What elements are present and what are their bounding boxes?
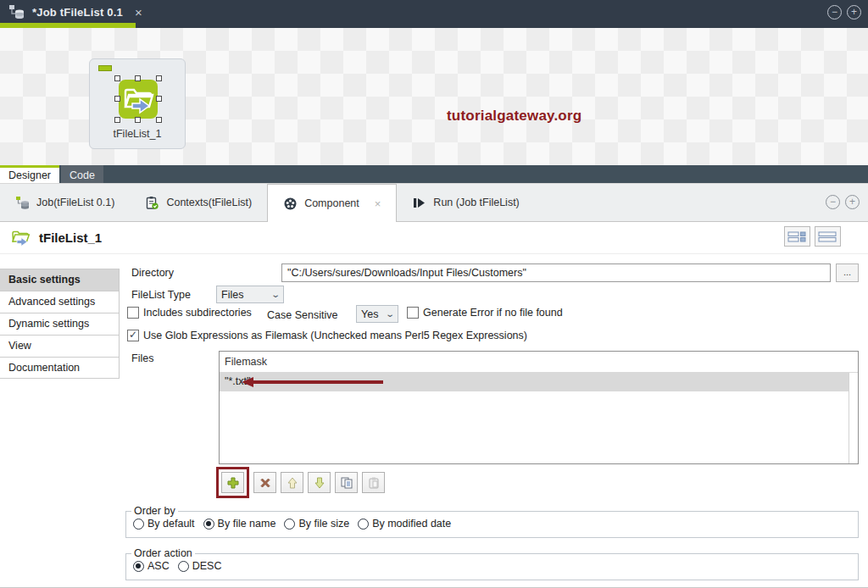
files-label: Files (131, 352, 153, 364)
directory-browse-button[interactable]: ... (836, 263, 859, 282)
job-editor-tab[interactable]: *Job tFileList 0.1 × (0, 0, 142, 24)
tab-contexts[interactable]: Contexts(tFileList) (130, 184, 267, 221)
order-by-modified-date-label: By modified date (372, 518, 451, 530)
contexts-icon (145, 196, 159, 210)
tab-component[interactable]: Component × (267, 184, 397, 222)
selection-handle[interactable] (135, 117, 141, 123)
includes-subdirectories-row: Includes subdirectories (127, 307, 252, 319)
directory-input[interactable]: "C:/Users/sures/Downloads/Input Files/Cu… (281, 263, 831, 282)
selection-handle[interactable] (114, 96, 120, 102)
move-up-button[interactable] (281, 472, 303, 493)
tab-run-label: Run (Job tFileList) (433, 197, 519, 208)
order-by-file-name-radio[interactable] (203, 519, 214, 530)
order-by-default-label: By default (147, 518, 195, 530)
arrow-down-icon (313, 476, 326, 490)
close-icon[interactable]: × (135, 5, 142, 19)
tab-component-label: Component (304, 197, 359, 209)
tfilelist-component-icon[interactable] (117, 78, 159, 120)
tab-job[interactable]: Job(tFileList 0.1) (0, 184, 130, 221)
tab-run[interactable]: Run (Job tFileList) (397, 184, 534, 221)
copy-button[interactable] (335, 472, 358, 493)
paste-button[interactable] (362, 472, 385, 493)
tab-contexts-label: Contexts(tFileList) (166, 197, 252, 208)
job-icon (8, 3, 25, 20)
run-icon (412, 196, 426, 210)
sidebar-item-documentation[interactable]: Documentation (0, 357, 119, 379)
watermark-text: tutorialgateway.org (447, 108, 581, 125)
selection-handle[interactable] (156, 96, 162, 102)
selection-handle[interactable] (156, 117, 162, 123)
sidebar-item-basic-settings[interactable]: Basic settings (0, 269, 119, 291)
component-title: tFileList_1 (39, 230, 102, 245)
annotation-arrow (242, 377, 383, 387)
job-design-canvas[interactable]: tFileList_1 tutorialgateway.org (0, 28, 868, 165)
remove-row-button[interactable] (253, 472, 276, 493)
order-by-modified-date-radio[interactable] (358, 519, 369, 530)
files-toolbar (216, 467, 385, 498)
tfilelist-icon (11, 229, 31, 247)
files-table[interactable]: Filemask "*.txt" (219, 351, 859, 464)
component-settings-panel: Basic settings Advanced settings Dynamic… (0, 254, 868, 588)
settings-sidebar: Basic settings Advanced settings Dynamic… (0, 269, 120, 379)
job-icon (15, 196, 30, 210)
use-glob-row: Use Glob Expressions as Filemask (Unchec… (127, 330, 527, 341)
case-sensitive-select[interactable]: Yes ⌄ (356, 305, 398, 323)
tfilelist-component-node[interactable]: tFileList_1 (89, 58, 186, 149)
selection-handle[interactable] (114, 117, 120, 123)
includes-subdirectories-checkbox[interactable] (127, 307, 139, 319)
window-title-bar: *Job tFileList 0.1 × − + (0, 0, 868, 28)
maximize-icon[interactable]: + (847, 5, 861, 19)
x-icon (259, 476, 272, 490)
component-status-pill (98, 65, 112, 71)
designer-code-bar: Designer Code (0, 165, 868, 183)
generate-error-row: Generate Error if no file found (407, 307, 563, 319)
filelist-type-select[interactable]: Files ⌄ (216, 286, 284, 303)
tab-designer[interactable]: Designer (0, 165, 59, 183)
order-by-legend: Order by (131, 505, 178, 517)
selection-handle[interactable] (156, 75, 162, 81)
component-node-label: tFileList_1 (90, 128, 185, 140)
order-by-file-size-radio[interactable] (284, 519, 295, 530)
job-tab-title: *Job tFileList 0.1 (32, 6, 123, 19)
panel-tab-strip: Job(tFileList 0.1) Contexts(tFileList) C… (0, 183, 868, 222)
order-by-default-radio[interactable] (133, 519, 144, 530)
order-by-file-name-label: By file name (218, 518, 276, 530)
plus-icon (226, 476, 240, 490)
sidebar-item-dynamic-settings[interactable]: Dynamic settings (0, 313, 119, 335)
maximize-panel-icon[interactable]: + (845, 195, 860, 209)
includes-subdirectories-label: Includes subdirectories (143, 307, 252, 319)
minimize-icon[interactable]: − (827, 5, 842, 19)
minimize-panel-icon[interactable]: − (826, 195, 840, 209)
order-by-file-size-label: By file size (298, 518, 349, 530)
generate-error-label: Generate Error if no file found (423, 307, 563, 319)
case-sensitive-label: Case Sensitive (267, 309, 337, 321)
use-glob-checkbox[interactable] (127, 330, 139, 341)
case-sensitive-value: Yes (361, 308, 378, 320)
order-action-desc-radio[interactable] (178, 561, 189, 572)
vertical-layout-button[interactable] (815, 226, 841, 247)
annotation-highlight-box (216, 467, 249, 498)
sidebar-item-view[interactable]: View (0, 335, 119, 357)
generate-error-checkbox[interactable] (407, 307, 419, 319)
filemask-column-header[interactable]: Filemask (220, 352, 858, 373)
order-action-legend: Order action (131, 547, 195, 559)
selection-handle[interactable] (135, 75, 141, 81)
add-row-button[interactable] (221, 472, 244, 493)
paste-icon (367, 476, 381, 490)
close-icon[interactable]: × (375, 197, 381, 210)
tab-code[interactable]: Code (61, 165, 103, 183)
sidebar-item-advanced-settings[interactable]: Advanced settings (0, 291, 119, 313)
order-action-group: Order action ASC DESC (125, 547, 859, 580)
copy-icon (340, 476, 353, 490)
arrow-head-icon (242, 377, 253, 387)
table-scrollbar[interactable] (849, 373, 858, 463)
filelist-type-label: FileList Type (131, 289, 191, 301)
use-glob-label: Use Glob Expressions as Filemask (Unchec… (143, 330, 527, 341)
horizontal-layout-button[interactable] (784, 226, 810, 247)
arrow-shaft (253, 380, 383, 384)
order-action-asc-radio[interactable] (133, 561, 144, 572)
selection-handle[interactable] (114, 75, 120, 81)
move-down-button[interactable] (308, 472, 331, 493)
tab-job-label: Job(tFileList 0.1) (36, 197, 114, 208)
order-action-asc-label: ASC (147, 560, 170, 572)
